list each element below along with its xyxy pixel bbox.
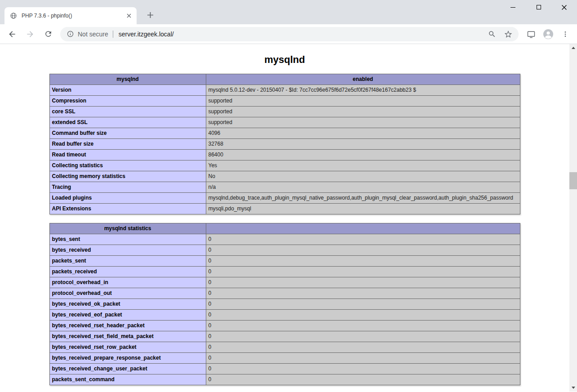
scroll-up-button[interactable] [569,44,577,52]
row-value: mysqli,pdo_mysql [206,204,520,214]
table-row: protocol_overhead_in0 [49,277,520,288]
row-label: packets_sent [49,256,206,267]
back-arrow-icon [8,30,17,39]
cast-icon[interactable] [523,26,539,42]
table-header-cell: enabled [206,74,520,85]
row-label: bytes_received [49,245,206,256]
row-label: bytes_sent [49,234,206,245]
row-value: 0 [206,353,520,364]
row-value: 0 [206,234,520,245]
row-value: 0 [206,245,520,256]
row-value: 0 [206,267,520,277]
table-row: packets_sent0 [49,256,520,267]
minimize-button[interactable] [500,0,526,14]
info-icon[interactable] [67,30,74,38]
table-header-row: mysqlnd statistics [49,223,520,234]
row-value: 0 [206,310,520,321]
scroll-up-icon [572,47,575,49]
menu-kebab-icon[interactable] [557,26,573,42]
reload-button[interactable] [40,27,56,42]
row-label: API Extensions [49,204,206,214]
row-label: bytes_received_eof_packet [49,310,206,321]
table-row: bytes_received0 [49,245,520,256]
page-area: mysqlnd mysqlndenabledVersionmysqlnd 5.0… [0,44,577,392]
row-value: 0 [206,277,520,288]
scroll-down-button[interactable] [569,384,577,392]
table-row: Read timeout86400 [49,150,520,160]
row-value: 0 [206,331,520,342]
phpinfo-content: mysqlnd mysqlndenabledVersionmysqlnd 5.0… [0,44,569,392]
row-label: bytes_received_prepare_response_packet [49,353,206,364]
table-row: bytes_received_change_user_packet0 [49,364,520,374]
new-tab-button[interactable] [144,9,156,21]
row-value: No [206,171,520,182]
row-value: 0 [206,321,520,331]
row-label: bytes_received_rset_header_packet [49,321,206,331]
table-row: extended SSLsupported [49,117,520,128]
maximize-button[interactable] [526,0,551,14]
window-controls [500,0,577,14]
zoom-icon[interactable] [488,30,496,38]
row-label: Collecting memory statistics [49,171,206,182]
row-value: 0 [206,288,520,299]
row-label: Tracing [49,182,206,193]
back-button[interactable] [4,27,20,42]
row-label: Read timeout [49,150,206,160]
page-title: mysqlnd [0,54,569,66]
table-row: core SSLsupported [49,107,520,117]
row-label: bytes_received_rset_row_packet [49,342,206,353]
browser-window: PHP 7.3.6 - phpinfo() [0,0,577,392]
table-row: Loaded pluginsmysqlnd,debug_trace,auth_p… [49,193,520,204]
phpinfo-table: mysqlnd statisticsbytes_sent0bytes_recei… [49,223,520,385]
row-value: supported [206,107,520,117]
row-value: 86400 [206,150,520,160]
row-value: 4096 [206,128,520,139]
row-value: 0 [206,374,520,385]
row-label: extended SSL [49,117,206,128]
globe-favicon-icon [10,12,17,19]
row-value: mysqlnd 5.0.12-dev - 20150407 - $Id: 7cc… [206,85,520,96]
browser-tab[interactable]: PHP 7.3.6 - phpinfo() [4,7,137,24]
table-row: bytes_received_rset_field_meta_packet0 [49,331,520,342]
table-row: Compressionsupported [49,96,520,107]
close-icon [562,5,567,10]
table-row: Versionmysqlnd 5.0.12-dev - 20150407 - $… [49,85,520,96]
url-text: server.itzgeek.local/ [119,31,174,38]
bookmark-star-icon[interactable] [504,30,512,38]
tab-close-icon[interactable] [125,12,133,20]
close-button[interactable] [551,0,577,14]
reload-icon [44,30,53,38]
vertical-scrollbar[interactable] [569,44,577,392]
table-header-cell: mysqlnd statistics [49,223,206,234]
separator [113,31,113,38]
scroll-down-icon [572,387,575,389]
row-label: bytes_received_rset_field_meta_packet [49,331,206,342]
row-value: 0 [206,364,520,374]
row-label: packets_received [49,267,206,277]
table-row: API Extensionsmysqli,pdo_mysql [49,204,520,214]
row-label: Compression [49,96,206,107]
tab-strip: PHP 7.3.6 - phpinfo() [0,0,577,24]
scrollbar-thumb[interactable] [569,172,577,189]
table-row: bytes_received_ok_packet0 [49,299,520,310]
table-row: protocol_overhead_out0 [49,288,520,299]
scrollbar-track[interactable] [569,52,577,384]
table-row: packets_sent_command0 [49,374,520,385]
table-row: Collecting statisticsYes [49,160,520,171]
row-label: Collecting statistics [49,160,206,171]
table-row: Read buffer size32768 [49,139,520,150]
row-label: Version [49,85,206,96]
row-label: packets_sent_command [49,374,206,385]
maximize-icon [537,5,541,9]
row-label: core SSL [49,107,206,117]
row-value: n/a [206,182,520,193]
row-label: Command buffer size [49,128,206,139]
profile-avatar[interactable] [540,26,556,42]
table-header-cell [206,223,520,234]
table-row: Command buffer size4096 [49,128,520,139]
address-bar[interactable]: Not secure server.itzgeek.local/ [60,27,519,41]
row-label: Loaded plugins [49,193,206,204]
row-label: Read buffer size [49,139,206,150]
table-row: packets_received0 [49,267,520,277]
tab-title: PHP 7.3.6 - phpinfo() [22,13,125,19]
